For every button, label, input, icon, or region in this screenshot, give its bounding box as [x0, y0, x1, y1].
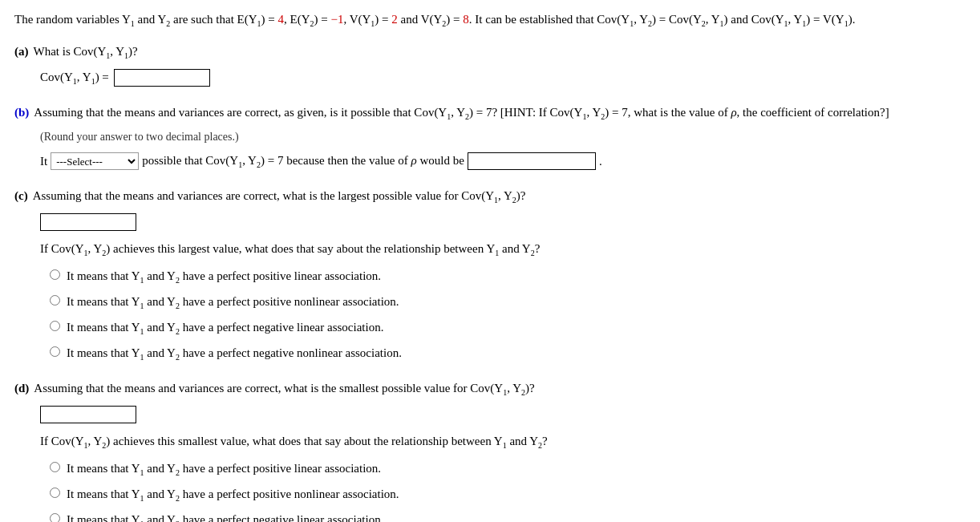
part-b-round-note: (Round your answer to two decimal places…	[40, 128, 966, 146]
cov-y1-y1-input[interactable]	[114, 69, 210, 87]
part-b: (b) Assuming that the means and variance…	[14, 103, 966, 172]
part-d-label: (d)	[14, 378, 29, 398]
part-c-radio-group: It means that Y1 and Y2 have a perfect p…	[50, 266, 966, 364]
part-d-radio-3[interactable]	[50, 513, 60, 522]
part-d-radio-group: It means that Y1 and Y2 have a perfect p…	[50, 459, 966, 522]
part-d-option-2-text: It means that Y1 and Y2 have a perfect p…	[67, 484, 399, 505]
part-a: (a) What is Cov(Y1, Y1)? Cov(Y1, Y1) =	[14, 42, 966, 88]
part-d: (d) Assuming that the means and variance…	[14, 378, 966, 522]
period: .	[599, 152, 602, 171]
part-c: (c) Assuming that the means and variance…	[14, 186, 966, 364]
part-d-if-text: If Cov(Y1, Y2) achieves this smallest va…	[40, 431, 966, 452]
it-text: It	[40, 152, 47, 171]
largest-value-input[interactable]	[40, 213, 136, 231]
part-c-option-1: It means that Y1 and Y2 have a perfect p…	[50, 266, 966, 287]
part-d-radio-1[interactable]	[50, 462, 60, 472]
part-d-option-1: It means that Y1 and Y2 have a perfect p…	[50, 459, 966, 480]
part-b-it-line: It ---Select--- is is not possible that …	[40, 151, 966, 172]
part-a-answer-line: Cov(Y1, Y1) =	[40, 67, 966, 88]
part-d-option-1-text: It means that Y1 and Y2 have a perfect p…	[67, 459, 381, 480]
part-b-question: Assuming that the means and variances ar…	[34, 103, 889, 123]
rho-value-input[interactable]	[468, 152, 596, 170]
part-c-option-1-text: It means that Y1 and Y2 have a perfect p…	[67, 266, 381, 287]
cov-y1-y1-label: Cov(Y1, Y1) =	[40, 67, 109, 88]
part-c-option-3: It means that Y1 and Y2 have a perfect n…	[50, 318, 966, 338]
part-b-label: (b)	[14, 103, 29, 122]
part-c-option-4: It means that Y1 and Y2 have a perfect n…	[50, 343, 966, 364]
part-c-radio-3[interactable]	[50, 321, 60, 331]
part-d-option-3-text: It means that Y1 and Y2 have a perfect n…	[67, 510, 383, 522]
part-c-option-4-text: It means that Y1 and Y2 have a perfect n…	[67, 343, 402, 364]
part-c-question: Assuming that the means and variances ar…	[33, 186, 526, 207]
part-c-label: (c)	[14, 186, 28, 205]
part-c-option-2: It means that Y1 and Y2 have a perfect p…	[50, 292, 966, 313]
part-d-question: Assuming that the means and variances ar…	[34, 378, 534, 399]
part-d-radio-2[interactable]	[50, 488, 60, 498]
smallest-value-input[interactable]	[40, 406, 136, 423]
problem-statement: The random variables Y1 and Y2 are such …	[14, 10, 966, 30]
part-c-if-text: If Cov(Y1, Y2) achieves this largest val…	[40, 239, 966, 260]
part-a-question: What is Cov(Y1, Y1)?	[34, 42, 138, 63]
select-possible[interactable]: ---Select--- is is not	[51, 152, 139, 170]
part-c-radio-4[interactable]	[50, 346, 60, 357]
part-a-label: (a)	[14, 42, 29, 61]
part-c-radio-2[interactable]	[50, 295, 60, 306]
part-c-option-2-text: It means that Y1 and Y2 have a perfect p…	[67, 292, 399, 313]
part-d-option-2: It means that Y1 and Y2 have a perfect p…	[50, 484, 966, 505]
part-c-radio-1[interactable]	[50, 269, 60, 280]
part-c-option-3-text: It means that Y1 and Y2 have a perfect n…	[67, 318, 383, 338]
part-d-option-3: It means that Y1 and Y2 have a perfect n…	[50, 510, 966, 522]
possible-text: possible that Cov(Y1, Y2) = 7 because th…	[142, 151, 464, 172]
